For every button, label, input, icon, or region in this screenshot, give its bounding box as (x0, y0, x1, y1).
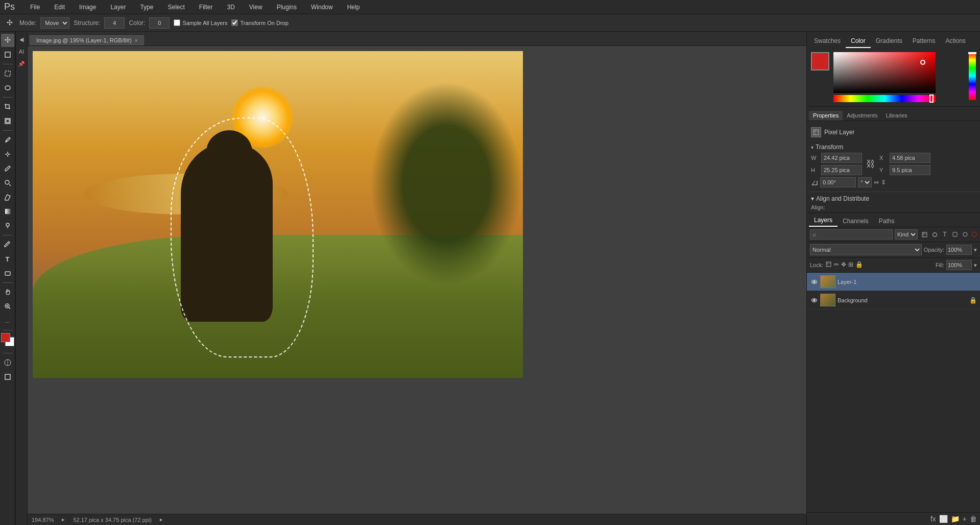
menu-image[interactable]: Image (76, 3, 99, 12)
screen-mode-btn[interactable] (1, 370, 14, 384)
zoom-tool[interactable] (1, 300, 14, 313)
layer-item-background[interactable]: Background 🔒 (807, 291, 980, 309)
filter-shape-icon[interactable] (950, 230, 960, 239)
spot-heal-tool[interactable] (1, 148, 14, 161)
more-tools[interactable]: … (1, 314, 14, 327)
rectangle-select-tool[interactable] (1, 67, 14, 80)
tab-properties[interactable]: Properties (809, 111, 843, 121)
tab-gradients[interactable]: Gradients (871, 35, 907, 48)
quick-mask-btn[interactable] (1, 356, 14, 369)
layer-kind-select[interactable]: Kind (895, 229, 918, 240)
lock-position-btn[interactable]: ✥ (841, 261, 846, 269)
pen-tool[interactable] (1, 238, 14, 251)
collapse-right-icon[interactable]: ◀ (16, 34, 27, 45)
lock-image-btn[interactable]: ✏ (834, 261, 839, 269)
menu-3d[interactable]: 3D (224, 3, 237, 12)
menu-plugins[interactable]: Plugins (274, 3, 300, 12)
menu-edit[interactable]: Edit (51, 3, 68, 12)
foreground-color-swatch[interactable] (811, 52, 829, 70)
transform-h-input[interactable]: 25.25 pica (821, 165, 862, 175)
color-gradient-box[interactable] (833, 52, 936, 93)
tab-channels[interactable]: Channels (838, 216, 874, 227)
canvas-tab[interactable]: Image.jpg @ 195% (Layer-1, RGB/8#) × (30, 35, 144, 45)
transform-section-header[interactable]: ▾ Transform (811, 141, 976, 153)
crop-tool[interactable] (1, 100, 14, 113)
layer-item-layer1[interactable]: Layer-1 (807, 273, 980, 291)
transform-y-field: Y 9.5 pica (879, 165, 930, 175)
lock-transparent-btn[interactable] (825, 261, 832, 269)
structure-input[interactable] (104, 17, 125, 29)
tab-libraries[interactable]: Libraries (882, 111, 912, 121)
tab-paths[interactable]: Paths (874, 216, 900, 227)
filter-smart-icon[interactable] (961, 230, 970, 239)
transform-x-input[interactable]: 4.58 pica (890, 153, 930, 163)
angle-select[interactable]: ° (858, 177, 872, 187)
new-layer-button[interactable]: + (963, 515, 967, 523)
layers-search[interactable]: ⌕ (810, 229, 893, 240)
move-tool[interactable] (1, 34, 14, 47)
align-distribute-header[interactable]: ▾ Align and Distribute (807, 192, 980, 204)
menu-view[interactable]: View (246, 3, 266, 12)
lasso-tool[interactable] (1, 81, 14, 94)
layer1-visibility[interactable] (810, 278, 818, 286)
opacity-input[interactable]: 100% (946, 245, 972, 255)
sample-all-layers-label[interactable]: Sample All Layers (174, 19, 227, 26)
lock-all-btn[interactable]: 🔒 (855, 261, 863, 269)
delete-layer-button[interactable]: 🗑 (970, 515, 977, 523)
lock-aspect-icon[interactable]: ⛓ (866, 159, 875, 170)
canvas-container[interactable] (28, 46, 806, 514)
tab-layers[interactable]: Layers (809, 215, 838, 227)
shape-tool[interactable] (1, 267, 14, 280)
menu-select[interactable]: Select (164, 3, 187, 12)
mode-select[interactable]: Move (40, 17, 69, 29)
fill-input[interactable]: 100% (946, 260, 972, 270)
flip-v-icon[interactable]: ⇕ (881, 179, 886, 186)
blend-mode-select[interactable]: Normal (810, 244, 922, 255)
tab-color[interactable]: Color (846, 35, 871, 48)
color-input[interactable] (149, 17, 170, 29)
tab-patterns[interactable]: Patterns (907, 35, 941, 48)
tab-actions[interactable]: Actions (940, 35, 970, 48)
eraser-tool[interactable] (1, 190, 14, 204)
add-mask-button[interactable]: ⬜ (939, 515, 948, 523)
menu-type[interactable]: Type (137, 3, 156, 12)
color-picker[interactable] (833, 52, 965, 102)
filter-text-icon[interactable]: T (940, 230, 949, 239)
transform-on-drop-checkbox[interactable] (231, 19, 238, 26)
sample-all-layers-checkbox[interactable] (174, 19, 180, 26)
gradient-tool[interactable] (1, 205, 14, 218)
lock-artboard-btn[interactable]: ⊞ (848, 261, 853, 269)
filter-pixel-icon[interactable] (920, 230, 929, 239)
foreground-color[interactable] (1, 333, 10, 342)
background-visibility[interactable] (810, 296, 818, 304)
frame-tool[interactable] (1, 114, 14, 128)
tab-swatches[interactable]: Swatches (809, 35, 846, 48)
tab-close-button[interactable]: × (135, 38, 138, 43)
tab-adjustments[interactable]: Adjustments (843, 111, 882, 121)
artboard-tool[interactable] (1, 48, 14, 61)
transform-w-input[interactable]: 24.42 pica (821, 153, 862, 163)
clone-tool[interactable] (1, 176, 14, 189)
transform-y-input[interactable]: 9.5 pica (890, 165, 930, 175)
menu-file[interactable]: File (27, 3, 43, 12)
ai-icon[interactable]: AI (16, 46, 27, 57)
menu-help[interactable]: Help (344, 3, 363, 12)
brush-tool[interactable] (1, 162, 14, 175)
menu-window[interactable]: Window (308, 3, 336, 12)
dodge-tool[interactable] (1, 219, 14, 232)
hand-tool[interactable] (1, 285, 14, 299)
eyedropper-tool[interactable] (1, 133, 14, 147)
hue-spectrum-vertical[interactable] (969, 52, 976, 100)
add-fx-button[interactable]: fx (930, 515, 936, 523)
menu-layer[interactable]: Layer (107, 3, 129, 12)
flip-h-icon[interactable]: ⇔ (874, 179, 879, 186)
transform-on-drop-label[interactable]: Transform On Drop (231, 19, 288, 26)
new-group-button[interactable]: 📁 (951, 515, 960, 523)
layer-filter-circle[interactable] (972, 232, 977, 237)
menu-filter[interactable]: Filter (196, 3, 216, 12)
filter-adjustment-icon[interactable] (930, 230, 939, 239)
pin-icon[interactable]: 📌 (16, 58, 27, 69)
hue-bar[interactable] (833, 95, 936, 102)
text-tool[interactable]: T (1, 252, 14, 266)
angle-input[interactable] (820, 177, 856, 187)
